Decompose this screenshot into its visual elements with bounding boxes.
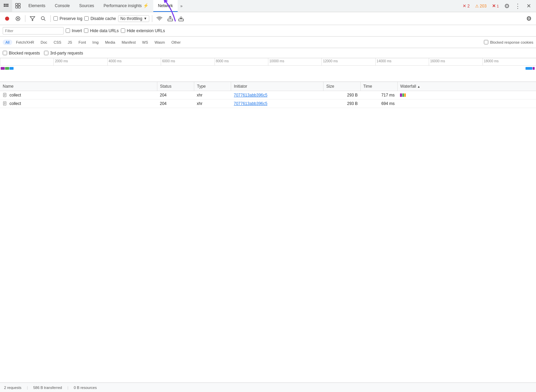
requests-table-container: Name Status Type Initiator Size Time: [0, 82, 536, 383]
hide-data-urls-checkbox[interactable]: [84, 28, 88, 33]
hide-ext-urls-checkbox[interactable]: [121, 28, 125, 33]
error-badge[interactable]: ✕ 2: [461, 3, 472, 8]
col-size[interactable]: Size: [323, 82, 360, 91]
throttle-selector[interactable]: No throttling ▼: [118, 15, 150, 22]
col-type[interactable]: Type: [194, 82, 231, 91]
tab-performance[interactable]: Performance insights ⚡: [99, 0, 153, 12]
disable-cache-checkbox-label[interactable]: Disable cache: [84, 16, 116, 21]
tab-elements[interactable]: Elements: [24, 0, 50, 12]
warn-badge[interactable]: ⚠ 203: [473, 4, 489, 8]
col-waterfall[interactable]: Waterfall: [397, 82, 536, 91]
third-party-label[interactable]: 3rd-party requests: [44, 51, 83, 56]
blocked-response-checkbox[interactable]: [484, 40, 488, 44]
type-filter-font[interactable]: Font: [76, 40, 89, 45]
type-filter-other[interactable]: Other: [169, 40, 183, 45]
preserve-log-checkbox[interactable]: [53, 16, 58, 21]
resources-size: 0 B resources: [74, 386, 97, 390]
cell-type: xhr: [194, 91, 231, 100]
col-initiator[interactable]: Initiator: [231, 82, 323, 91]
tab-sources[interactable]: Sources: [74, 0, 99, 12]
svg-rect-8: [16, 6, 18, 8]
invert-checkbox[interactable]: [66, 28, 70, 33]
disable-cache-checkbox[interactable]: [84, 16, 89, 21]
record-button[interactable]: [3, 14, 12, 23]
blocked-requests-label[interactable]: Blocked requests: [3, 51, 40, 56]
mini-bar-purple: [1, 67, 5, 70]
cell-type: xhr: [194, 100, 231, 108]
blocked-bar: Blocked requests 3rd-party requests: [0, 48, 536, 58]
svg-rect-5: [7, 5, 8, 7]
blocked-response-label[interactable]: Blocked response cookies: [484, 40, 533, 44]
devtools-menu-icon[interactable]: [0, 0, 12, 12]
type-filter-doc[interactable]: Doc: [38, 40, 50, 45]
hide-ext-urls-label[interactable]: Hide extension URLs: [121, 28, 165, 33]
filter-input[interactable]: [3, 27, 64, 35]
tab-console[interactable]: Console: [50, 0, 74, 12]
svg-rect-1: [5, 4, 7, 5]
cell-initiator[interactable]: 7077613abb396c5: [231, 91, 323, 100]
settings-button[interactable]: ⚙: [502, 1, 512, 11]
mini-bar-blue: [9, 67, 14, 70]
close-button[interactable]: ✕: [524, 1, 533, 11]
cell-status: 204: [157, 91, 194, 100]
col-status[interactable]: Status: [157, 82, 194, 91]
search-button[interactable]: [39, 14, 48, 23]
clear-button[interactable]: [14, 14, 22, 23]
svg-rect-4: [5, 5, 7, 7]
initiator-link[interactable]: 7077613abb396c5: [234, 93, 291, 97]
type-filter-media[interactable]: Media: [102, 40, 118, 45]
throttle-dropdown-icon: ▼: [143, 17, 147, 20]
tab-network[interactable]: Network: [153, 0, 178, 12]
tab-more-button[interactable]: »: [178, 0, 185, 12]
table-row[interactable]: collect 204xhr7077613abb396c5293 B694 ms: [0, 100, 536, 108]
col-time[interactable]: Time: [360, 82, 397, 91]
tab-bar: Elements Console Sources Performance ins…: [0, 0, 536, 12]
svg-rect-6: [16, 3, 18, 5]
timeline-ruler: 2000 ms 4000 ms 6000 ms 8000 ms 10000 ms…: [0, 58, 536, 66]
timeline-mini-bars-left: [1, 67, 14, 70]
svg-rect-2: [7, 4, 8, 5]
table-row[interactable]: collect 204xhr7077613abb396c5293 B717 ms: [0, 91, 536, 100]
svg-rect-18: [168, 19, 173, 21]
third-party-checkbox[interactable]: [44, 51, 48, 55]
network-settings-button[interactable]: ⚙: [524, 14, 533, 23]
download-button[interactable]: [177, 14, 185, 23]
initiator-link[interactable]: 7077613abb396c5: [234, 101, 291, 106]
timeline-mini-bars-right: [526, 67, 535, 70]
type-filter-css[interactable]: CSS: [51, 40, 64, 45]
preserve-log-checkbox-label[interactable]: Preserve log: [53, 16, 82, 21]
upload-button[interactable]: [166, 14, 175, 23]
col-name[interactable]: Name: [0, 82, 157, 91]
timeline-bars: [0, 66, 536, 82]
table-body: collect 204xhr7077613abb396c5293 B717 ms…: [0, 91, 536, 108]
tab-devtools-icon[interactable]: [12, 0, 24, 12]
type-filter-fetch-xhr[interactable]: Fetch/XHR: [13, 40, 37, 45]
type-filter-img[interactable]: Img: [90, 40, 101, 45]
blocked-requests-checkbox[interactable]: [3, 51, 7, 55]
status-sep-1: |: [27, 386, 28, 390]
transferred-size: 586 B transferred: [33, 386, 62, 390]
timeline-section: 2000 ms 4000 ms 6000 ms 8000 ms 10000 ms…: [0, 58, 536, 82]
info-icon: ✕: [492, 3, 496, 8]
more-options-button[interactable]: ⋮: [513, 1, 522, 11]
type-filter-manifest[interactable]: Manifest: [119, 40, 138, 45]
filter-button[interactable]: [28, 14, 37, 23]
cell-initiator[interactable]: 7077613abb396c5: [231, 100, 323, 108]
invert-checkbox-label[interactable]: Invert: [66, 28, 82, 33]
type-filter-wasm[interactable]: Wasm: [152, 40, 168, 45]
info-badge[interactable]: ✕ 1: [490, 3, 501, 8]
ruler-mark-4000: 4000 ms: [107, 58, 161, 65]
type-filter-js[interactable]: JS: [65, 40, 75, 45]
cell-size: 293 B: [323, 100, 360, 108]
filter-bar: Invert Hide data URLs Hide extension URL…: [0, 25, 536, 37]
ruler-mark-8000: 8000 ms: [215, 58, 268, 65]
hide-data-urls-label[interactable]: Hide data URLs: [84, 28, 119, 33]
requests-count: 2 requests: [4, 386, 21, 390]
svg-rect-7: [18, 3, 20, 5]
type-filter-all[interactable]: All: [3, 40, 12, 45]
svg-point-15: [41, 17, 44, 20]
svg-rect-3: [4, 5, 5, 7]
wifi-button[interactable]: [155, 14, 164, 23]
ruler-mark-10000: 10000 ms: [268, 58, 321, 65]
type-filter-ws[interactable]: WS: [139, 40, 151, 45]
